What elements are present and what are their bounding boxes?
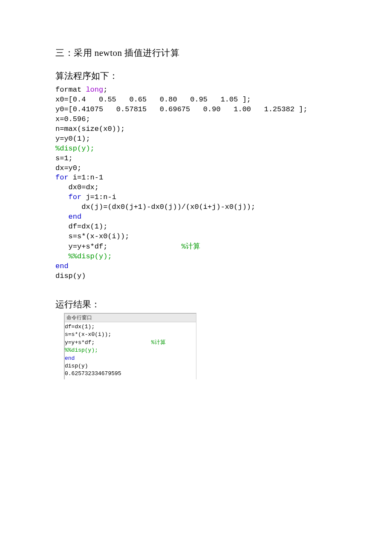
code-line: n=max(size(x0)); [55,125,125,133]
code-line: format [55,86,86,94]
code-keyword: for [55,173,69,182]
code-keyword: for [69,193,82,201]
command-window-body: df=dx(1);s=s*(x-x0(i));y=y+s*df; %计算%%di… [65,322,196,379]
code-listing: format long; x0=[0.4 0.55 0.65 0.80 0.95… [55,85,337,281]
cmd-line: s=s*(x-x0(i)); [65,331,196,338]
code-line: dx=y0; [55,164,81,172]
code-keyword: end [69,213,82,221]
code-keyword: end [55,262,69,270]
cmd-keyword: end [65,355,196,362]
code-comment: % [182,243,186,251]
code-line: disp(y) [55,272,86,280]
cmd-line: y=y+s*df; %计算 [65,338,196,347]
cmd-line: df=dx(1); [65,323,196,331]
heading-suffix: 插值进行计算 [122,48,180,58]
code-indent [55,252,69,260]
cmd-text: y=y+s*df; [65,339,151,346]
code-text: y=y+s*df; [55,243,182,251]
result-heading: 运行结果： [55,298,337,310]
cmd-comment-cn: 计算 [155,339,166,345]
code-text: ; [103,86,107,94]
code-indent [55,193,69,201]
code-string: long [86,86,103,94]
code-line: s=1; [55,154,73,162]
code-line: dx0=dx; [55,183,99,191]
cmd-line: disp(y) [65,362,196,370]
heading-prefix: 三：采用 [55,48,95,58]
cmd-comment: % [151,339,155,346]
code-line: s=s*(x-x0(i)); [55,232,129,240]
command-window-title: 命令行窗口 [65,314,196,322]
code-comment-cn: 计算 [186,242,200,250]
code-text: i=1:n-1 [69,173,104,182]
heading-latin: newton [95,48,122,58]
code-text: j=1:n-i [81,193,116,201]
command-window: 命令行窗口 df=dx(1);s=s*(x-x0(i));y=y+s*df; %… [64,313,196,379]
code-line: y0=[0.41075 0.57815 0.69675 0.90 1.00 1.… [55,105,308,113]
code-line: df=dx(1); [55,223,107,231]
cmd-output: 0.625732334679595 [65,370,196,378]
code-line: x=0.596; [55,115,90,123]
code-subheading: 算法程序如下： [55,70,337,82]
code-line: dx(j)=(dx0(j+1)-dx0(j))/(x0(i+j)-x0(j)); [55,203,255,211]
cmd-comment: %%disp(y); [65,347,196,354]
code-comment: %%disp(y); [69,252,112,260]
code-indent [55,213,69,221]
code-comment: %disp(y); [55,145,95,153]
code-line: y=y0(1); [55,135,90,143]
page: 三：采用 newton 插值进行计算 算法程序如下： format long; … [0,0,392,405]
section-heading: 三：采用 newton 插值进行计算 [55,47,337,59]
code-line: x0=[0.4 0.55 0.65 0.80 0.95 1.05 ]; [55,95,251,104]
